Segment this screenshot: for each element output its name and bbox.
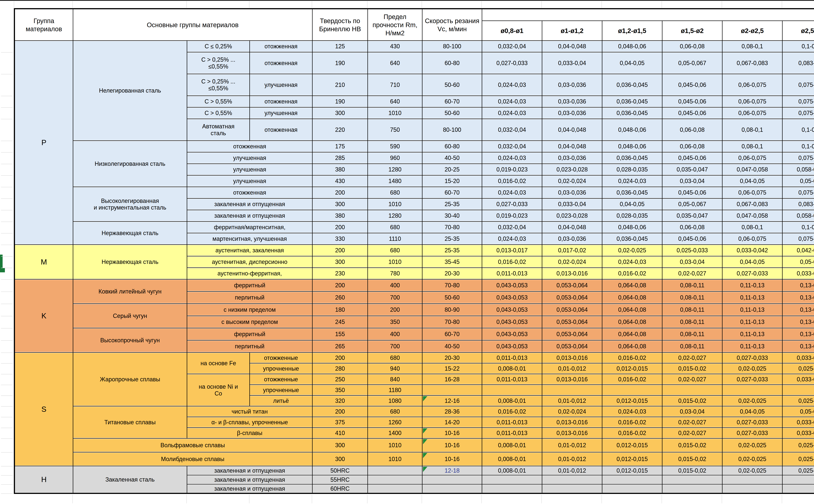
- cell-feed-6[interactable]: 0,1-0,16: [782, 119, 814, 141]
- cell-feed-1[interactable]: 0,032-0,04: [482, 119, 542, 141]
- cell-cutting-speed[interactable]: 10-16: [422, 428, 482, 438]
- cell-feed-4[interactable]: 0,03-0,04: [662, 256, 722, 268]
- cell-feed-3[interactable]: 0,064-0,08: [602, 340, 662, 353]
- cell-feed-3[interactable]: 0,016-0,02: [602, 374, 662, 385]
- cell-feed-4[interactable]: 0,015-0,02: [662, 466, 722, 475]
- cell-feed-1[interactable]: 0,027-0,033: [482, 198, 542, 210]
- cell-cutting-speed[interactable]: 35-45: [422, 256, 482, 268]
- cell-feed-1[interactable]: 0,043-0,053: [482, 304, 542, 316]
- cell-cutting-speed[interactable]: 80-90: [422, 304, 482, 316]
- cell-strength[interactable]: 640: [368, 96, 422, 107]
- cell-feed-4[interactable]: 0,06-0,08: [662, 119, 722, 141]
- cell-hardness[interactable]: 300: [312, 256, 368, 268]
- cell-feed-1[interactable]: 0,016-0,02: [482, 256, 542, 268]
- cell-feed-3[interactable]: 0,048-0,06: [602, 41, 662, 52]
- cell-feed-2[interactable]: 0,03-0,036: [542, 107, 602, 119]
- cell-cutting-speed[interactable]: 14-20: [422, 417, 482, 428]
- cell-feed-2[interactable]: [542, 484, 602, 493]
- cell-strength[interactable]: 680: [368, 222, 422, 233]
- cell-strength[interactable]: 350: [368, 316, 422, 328]
- cell-feed-6[interactable]: 0,13-0,21: [782, 328, 814, 340]
- cell-submaterial-wide[interactable]: β-сплавы: [187, 428, 312, 438]
- cell-strength[interactable]: 750: [368, 119, 422, 141]
- cell-feed-3[interactable]: 0,036-0,045: [602, 74, 662, 96]
- cell-feed-1[interactable]: 0,019-0,023: [482, 164, 542, 175]
- cell-feed-5[interactable]: 0,04-0,05: [722, 406, 782, 417]
- cell-hardness[interactable]: 280: [312, 363, 368, 374]
- cell-feed-4[interactable]: 0,05-0,067: [662, 198, 722, 210]
- cell-strength[interactable]: 400: [368, 279, 422, 292]
- cell-submaterial-1[interactable]: на основе Fe: [187, 353, 250, 374]
- cell-hardness[interactable]: 285: [312, 152, 368, 164]
- cell-feed-1[interactable]: [482, 475, 542, 484]
- cell-submaterial-1[interactable]: на основе Ni и Co: [187, 374, 250, 406]
- cell-submaterial-wide[interactable]: аустенитная, дисперсионно: [187, 256, 312, 268]
- cell-feed-1[interactable]: 0,032-0,04: [482, 222, 542, 233]
- cell-group-letter-K[interactable]: K: [14, 279, 73, 353]
- cell-feed-2[interactable]: 0,02-0,024: [542, 406, 602, 417]
- cell-feed-6[interactable]: 0,05-0,08: [782, 256, 814, 268]
- cell-material[interactable]: Высокопрочный чугун: [73, 328, 187, 353]
- cell-feed-2[interactable]: 0,01-0,012: [542, 452, 602, 466]
- cell-cutting-speed[interactable]: [422, 484, 482, 493]
- cell-feed-4[interactable]: 0,06-0,08: [662, 222, 722, 233]
- header-diameter-2[interactable]: ø1-ø1,2: [542, 21, 602, 41]
- cell-feed-1[interactable]: 0,043-0,053: [482, 316, 542, 328]
- cell-feed-6[interactable]: 0,13-0,21: [782, 279, 814, 292]
- cell-submaterial-2[interactable]: улучшенная: [250, 74, 312, 96]
- cell-hardness[interactable]: 230: [312, 268, 368, 279]
- cell-group-letter-H[interactable]: H: [14, 466, 73, 493]
- cell-submaterial-wide[interactable]: отожженная: [187, 187, 312, 198]
- cell-feed-1[interactable]: 0,043-0,053: [482, 340, 542, 353]
- cell-feed-1[interactable]: 0,011-0,013: [482, 417, 542, 428]
- header-diameter-1[interactable]: ø0,8-ø1: [482, 21, 542, 41]
- cell-feed-2[interactable]: 0,053-0,064: [542, 340, 602, 353]
- cell-hardness[interactable]: 190: [312, 52, 368, 74]
- cell-feed-1[interactable]: 0,008-0,01: [482, 363, 542, 374]
- cell-feed-3[interactable]: [602, 475, 662, 484]
- cell-feed-2[interactable]: 0,053-0,064: [542, 292, 602, 304]
- header-feed-title[interactable]: Подача Fn, мм/об: [482, 9, 814, 21]
- cell-submaterial-2[interactable]: отожженная: [250, 52, 312, 74]
- cell-feed-5[interactable]: 0,04-0,05: [722, 256, 782, 268]
- cell-feed-4[interactable]: 0,06-0,08: [662, 41, 722, 52]
- cell-strength[interactable]: 640: [368, 52, 422, 74]
- cell-cutting-speed[interactable]: 70-80: [422, 316, 482, 328]
- cell-hardness[interactable]: 430: [312, 175, 368, 187]
- cell-strength[interactable]: [368, 475, 422, 484]
- header-diameter-4[interactable]: ø1,5-ø2: [662, 21, 722, 41]
- cell-feed-4[interactable]: 0,045-0,06: [662, 233, 722, 245]
- cell-feed-4[interactable]: 0,08-0,11: [662, 316, 722, 328]
- header-brinell-hardness[interactable]: Твердость по Бринеллю HB: [312, 9, 368, 41]
- cell-feed-4[interactable]: 0,015-0,02: [662, 363, 722, 374]
- cell-cutting-speed[interactable]: 25-35: [422, 245, 482, 256]
- cell-feed-5[interactable]: 0,02-0,025: [722, 452, 782, 466]
- cell-feed-4[interactable]: 0,06-0,08: [662, 141, 722, 152]
- cell-feed-1[interactable]: 0,016-0,02: [482, 406, 542, 417]
- cell-feed-6[interactable]: [782, 475, 814, 484]
- cell-feed-4[interactable]: 0,02-0,027: [662, 353, 722, 363]
- cell-hardness[interactable]: 380: [312, 164, 368, 175]
- cell-feed-2[interactable]: 0,053-0,064: [542, 279, 602, 292]
- cell-feed-3[interactable]: 0,012-0,015: [602, 395, 662, 406]
- cell-feed-4[interactable]: 0,02-0,027: [662, 374, 722, 385]
- cell-feed-3[interactable]: 0,016-0,02: [602, 268, 662, 279]
- cell-strength[interactable]: 680: [368, 406, 422, 417]
- cell-material[interactable]: Ковкий литейный чугун: [73, 279, 187, 304]
- cell-feed-5[interactable]: [722, 484, 782, 493]
- cell-submaterial-2[interactable]: отожженная: [250, 41, 312, 52]
- cell-submaterial-wide[interactable]: мартенситная, улучшенная: [187, 233, 312, 245]
- cell-feed-4[interactable]: 0,03-0,04: [662, 406, 722, 417]
- cell-submaterial-2[interactable]: упрочненные: [250, 385, 312, 395]
- cell-feed-2[interactable]: 0,023-0,028: [542, 164, 602, 175]
- cell-submaterial-wide[interactable]: закаленная и отпущенная: [187, 484, 312, 493]
- cell-submaterial-wide[interactable]: ферритный: [187, 279, 312, 292]
- cell-feed-2[interactable]: 0,013-0,016: [542, 428, 602, 438]
- cell-feed-5[interactable]: 0,11-0,13: [722, 340, 782, 353]
- cell-feed-5[interactable]: 0,06-0,075: [722, 74, 782, 96]
- cell-feed-6[interactable]: 0,042-0,067: [782, 245, 814, 256]
- cell-feed-2[interactable]: [542, 385, 602, 395]
- cell-feed-6[interactable]: 0,13-0,21: [782, 316, 814, 328]
- cell-feed-1[interactable]: 0,024-0,03: [482, 152, 542, 164]
- cell-feed-5[interactable]: 0,02-0,025: [722, 395, 782, 406]
